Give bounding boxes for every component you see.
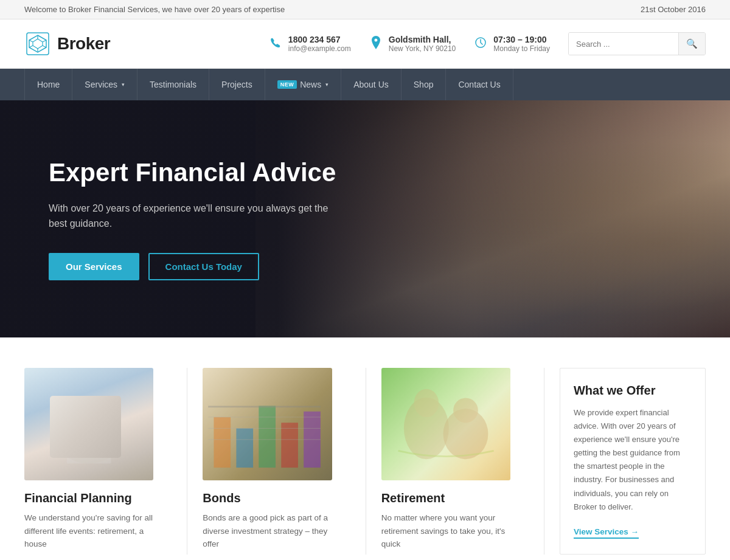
card-image-bonds <box>203 368 332 480</box>
search-box[interactable]: 🔍 <box>568 32 706 55</box>
svg-point-11 <box>77 403 101 431</box>
svg-point-26 <box>453 398 478 423</box>
divider-2 <box>366 368 366 555</box>
hours-contact: 07:30 – 19:00 Monday to Friday <box>474 35 550 53</box>
card-title-bonds: Bonds <box>203 491 332 505</box>
cards-section: Financial Planning We understand you're … <box>0 337 730 560</box>
svg-line-5 <box>29 40 33 42</box>
phone-email: info@example.com <box>288 44 351 53</box>
svg-point-10 <box>57 415 121 464</box>
chevron-down-icon: ▾ <box>122 81 125 88</box>
nav-item-shop[interactable]: Shop <box>401 69 447 100</box>
svg-rect-15 <box>237 428 254 468</box>
nav-item-home[interactable]: Home <box>24 69 72 100</box>
nav-item-testimonials[interactable]: Testimonials <box>137 69 209 100</box>
logo-area: Broker <box>24 30 110 57</box>
address-line2: New York, NY 90210 <box>389 44 456 53</box>
nav-label-testimonials: Testimonials <box>150 80 196 89</box>
header-contacts: 1800 234 567 info@example.com Goldsmith … <box>269 35 550 53</box>
chevron-down-icon-news: ▾ <box>325 81 328 88</box>
svg-line-8 <box>29 46 33 47</box>
divider-3 <box>544 368 544 555</box>
phone-icon <box>269 36 282 52</box>
offer-text: We provide expert financial advice. With… <box>574 406 692 514</box>
nav-link-testimonials[interactable]: Testimonials <box>137 69 209 100</box>
contact-us-today-button[interactable]: Contact Us Today <box>148 253 259 280</box>
svg-line-6 <box>43 46 46 47</box>
nav-item-about[interactable]: About Us <box>341 69 401 100</box>
hero-title: Expert Financial Advice <box>49 157 336 188</box>
svg-rect-14 <box>214 417 231 468</box>
card-image-planning <box>24 368 153 480</box>
nav-item-services[interactable]: Services ▾ <box>72 69 137 100</box>
welcome-text: Welcome to Broker Financial Services, we… <box>24 5 285 14</box>
hours-days: Monday to Friday <box>493 44 550 53</box>
location-icon <box>369 36 383 52</box>
nav-label-home: Home <box>37 80 60 89</box>
hero-content: Expert Financial Advice With over 20 yea… <box>0 157 384 280</box>
nav-label-contact: Contact Us <box>458 80 500 89</box>
new-badge: NEW <box>277 80 297 89</box>
nav-label-services: Services <box>85 80 117 89</box>
nav-item-contact[interactable]: Contact Us <box>446 69 513 100</box>
svg-rect-19 <box>209 406 321 407</box>
nav-label-about: About Us <box>353 80 389 89</box>
view-services-link[interactable]: View Services → <box>574 527 639 539</box>
address-contact: Goldsmith Hall, New York, NY 90210 <box>369 35 456 53</box>
address-line1: Goldsmith Hall, <box>389 35 456 44</box>
nav-link-about[interactable]: About Us <box>341 69 401 100</box>
card-bonds: Bonds Bonds are a good pick as part of a… <box>203 368 350 555</box>
hero-section: Expert Financial Advice With over 20 yea… <box>0 100 730 337</box>
nav-item-projects[interactable]: Projects <box>209 69 265 100</box>
svg-rect-13 <box>67 437 111 463</box>
logo-icon <box>24 30 51 57</box>
card-image-retirement <box>381 368 510 480</box>
date-text: 21st October 2016 <box>641 5 706 14</box>
hero-subtitle: With over 20 years of experience we'll e… <box>49 201 328 232</box>
svg-rect-12 <box>73 431 105 451</box>
svg-point-24 <box>414 389 439 417</box>
hours-details: 07:30 – 19:00 Monday to Friday <box>493 35 550 53</box>
main-nav: Home Services ▾ Testimonials Projects NE… <box>0 69 730 100</box>
hours-time: 07:30 – 19:00 <box>493 35 550 44</box>
our-services-button[interactable]: Our Services <box>49 253 139 280</box>
card-text-retirement: No matter where you want your retirement… <box>381 511 510 551</box>
nav-link-shop[interactable]: Shop <box>401 69 447 100</box>
address-details: Goldsmith Hall, New York, NY 90210 <box>389 35 456 53</box>
nav-item-news[interactable]: NEW News ▾ <box>265 69 342 100</box>
logo-text: Broker <box>57 34 110 54</box>
nav-label-shop: Shop <box>414 80 434 89</box>
nav-link-projects[interactable]: Projects <box>209 69 265 100</box>
svg-rect-16 <box>259 406 276 468</box>
offer-title: What we Offer <box>574 384 692 398</box>
card-financial-planning: Financial Planning We understand you're … <box>24 368 172 555</box>
phone-details: 1800 234 567 info@example.com <box>288 35 351 53</box>
card-text-planning: We understand you're saving for all diff… <box>24 511 153 551</box>
nav-link-contact[interactable]: Contact Us <box>446 69 513 100</box>
phone-number: 1800 234 567 <box>288 35 351 44</box>
clock-icon <box>474 36 487 52</box>
card-text-bonds: Bonds are a good pick as part of a diver… <box>203 511 332 551</box>
search-input[interactable] <box>569 33 678 55</box>
search-icon: 🔍 <box>686 38 698 49</box>
nav-label-projects: Projects <box>221 80 252 89</box>
nav-link-services[interactable]: Services ▾ <box>72 69 137 100</box>
hero-buttons: Our Services Contact Us Today <box>49 253 336 280</box>
divider-1 <box>187 368 187 555</box>
svg-rect-17 <box>282 423 299 468</box>
nav-label-news: News <box>300 80 321 89</box>
svg-line-7 <box>43 40 46 42</box>
card-title-planning: Financial Planning <box>24 491 153 505</box>
offer-box: What we Offer We provide expert financia… <box>560 368 706 555</box>
nav-list: Home Services ▾ Testimonials Projects NE… <box>24 69 706 100</box>
header: Broker 1800 234 567 info@example.com Gol… <box>0 19 730 69</box>
card-retirement: Retirement No matter where you want your… <box>381 368 529 555</box>
search-button[interactable]: 🔍 <box>678 33 705 55</box>
svg-marker-2 <box>33 39 43 49</box>
top-bar: Welcome to Broker Financial Services, we… <box>0 0 730 19</box>
phone-contact: 1800 234 567 info@example.com <box>269 35 351 53</box>
nav-link-home[interactable]: Home <box>24 69 72 100</box>
card-title-retirement: Retirement <box>381 491 510 505</box>
nav-link-news[interactable]: NEW News ▾ <box>265 69 342 100</box>
